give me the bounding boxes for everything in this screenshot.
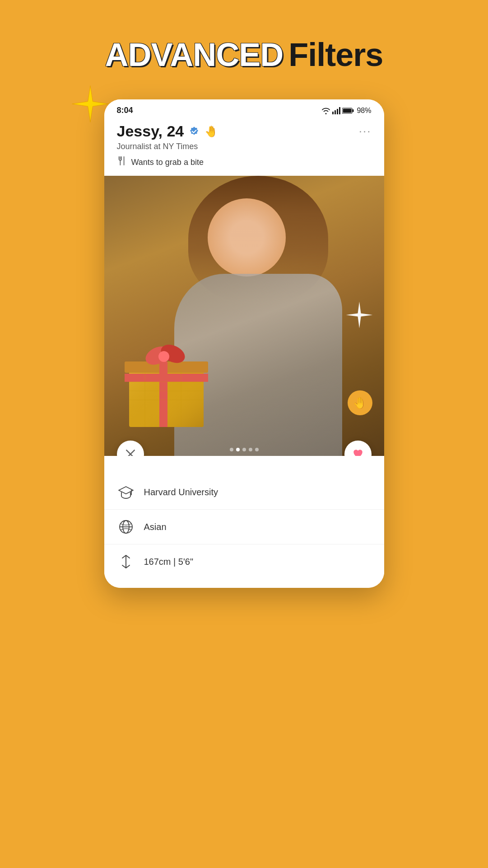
face-shape: [208, 198, 286, 277]
sparkle-mid-icon: [344, 299, 375, 333]
svg-rect-2: [337, 109, 338, 114]
signal-icon: [332, 107, 340, 114]
ethnicity-icon: [117, 518, 135, 536]
profile-name-row: Jessy, 24 🤚 ···: [117, 122, 372, 140]
connectivity-icons: [321, 107, 354, 114]
gift-box: [122, 337, 217, 429]
battery-icon: [342, 108, 354, 114]
svg-rect-14: [159, 361, 167, 427]
height-icon: [117, 553, 135, 571]
gold-hand-icon: 🤚: [353, 397, 367, 409]
status-time: 8:04: [117, 106, 133, 115]
svg-rect-5: [353, 109, 354, 112]
svg-rect-0: [332, 112, 334, 114]
profile-photo: 🤚: [104, 176, 384, 456]
gold-badge-icon: 🤚: [204, 125, 218, 138]
svg-rect-6: [343, 108, 352, 113]
activity-text: Wants to grab a bite: [131, 158, 204, 167]
more-options-button[interactable]: ···: [359, 124, 372, 138]
education-text: Harvard University: [144, 487, 218, 497]
ethnicity-text: Asian: [144, 522, 167, 532]
pass-button[interactable]: [117, 441, 144, 456]
title-filters: Filters: [288, 36, 383, 73]
gold-hand-button[interactable]: 🤚: [348, 390, 372, 415]
education-icon: [117, 483, 135, 501]
education-row: Harvard University: [104, 475, 384, 510]
phone-card: 8:04: [104, 99, 384, 588]
profile-job: Journalist at NY Times: [117, 142, 372, 151]
action-buttons: [104, 441, 384, 456]
status-bar: 8:04: [104, 99, 384, 119]
heart-icon: [352, 448, 364, 456]
height-text: 167cm | 5'6": [144, 557, 194, 567]
height-row: 167cm | 5'6": [104, 544, 384, 579]
title-advanced: ADVANCED: [105, 36, 284, 73]
profile-name: Jessy, 24: [117, 122, 184, 140]
info-section: Harvard University Asian: [104, 456, 384, 588]
activity-icon: [117, 156, 127, 169]
like-button[interactable]: [344, 441, 372, 456]
profile-activity: Wants to grab a bite: [117, 156, 372, 169]
status-icons-group: 98%: [321, 107, 371, 115]
profile-name-left: Jessy, 24 🤚: [117, 122, 218, 140]
svg-rect-1: [335, 110, 336, 114]
profile-header: Jessy, 24 🤚 ··· Journalist at NY Times: [104, 119, 384, 176]
battery-percent: 98%: [357, 107, 371, 115]
svg-point-17: [158, 351, 169, 362]
page-title: ADVANCED Filters: [105, 36, 383, 73]
x-icon: [125, 448, 136, 456]
svg-rect-3: [339, 107, 340, 114]
ethnicity-row: Asian: [104, 510, 384, 544]
verified-badge-icon: [188, 126, 200, 137]
wifi-icon: [321, 107, 330, 114]
